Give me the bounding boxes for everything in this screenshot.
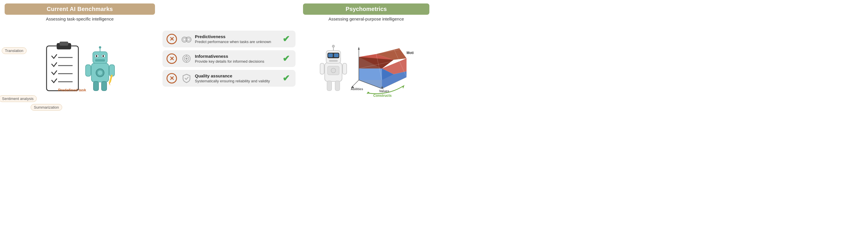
criterion-row-quality: ✕ Quality assurance Systematically ensur… — [162, 70, 296, 87]
criterion-text-predictiveness: Predictiveness Predict performance when … — [195, 34, 278, 44]
left-subtitle: Assessing task-specific intelligence — [46, 16, 114, 21]
label-translation: Translation — [2, 47, 27, 54]
predefined-task-label: Predefined task — [58, 88, 86, 92]
criterion-desc-predictiveness: Predict performance when tasks are unkno… — [195, 40, 278, 44]
right-content: Motivation Abilities Values Constructs — [303, 23, 429, 113]
left-panel: Current AI Benchmarks Assessing task-spe… — [5, 3, 155, 113]
svg-rect-45 — [327, 81, 332, 91]
criterion-row-predictiveness: ✕ Predictiveness Predict performance whe… — [162, 31, 296, 47]
main-container: Current AI Benchmarks Assessing task-spe… — [0, 0, 434, 117]
3d-surface-chart: Motivation Abilities Values Constructs — [350, 40, 414, 97]
robot-left-illustration — [84, 43, 116, 95]
right-subtitle: Assessing general-purpose intelligence — [329, 16, 404, 21]
criterion-row-informativeness: ✕ Informativeness Provide key details fo… — [162, 50, 296, 67]
svg-rect-43 — [320, 63, 324, 74]
svg-rect-18 — [86, 65, 91, 76]
shield-icon — [181, 73, 192, 84]
green-checkmark-quality: ✔ — [282, 73, 290, 83]
svg-rect-46 — [335, 81, 340, 91]
svg-point-17 — [98, 70, 102, 75]
svg-point-27 — [187, 38, 190, 41]
svg-rect-19 — [109, 65, 115, 76]
svg-rect-44 — [343, 63, 347, 74]
svg-text:Constructs: Constructs — [373, 94, 392, 97]
criterion-title-quality: Quality assurance — [195, 73, 278, 78]
svg-point-14 — [102, 55, 104, 57]
svg-point-30 — [186, 58, 188, 60]
svg-rect-37 — [334, 54, 339, 57]
right-title-box: Psychometrics — [303, 3, 429, 15]
svg-point-42 — [331, 68, 336, 73]
svg-rect-15 — [95, 59, 105, 62]
target-icon — [181, 53, 192, 64]
svg-marker-21 — [108, 82, 111, 86]
green-checkmark-predictiveness: ✔ — [282, 34, 290, 44]
middle-panel: ✕ Predictiveness Predict performance whe… — [160, 3, 299, 113]
clipboard-illustration: Predefined task — [44, 40, 90, 98]
green-checkmark-informativeness: ✔ — [282, 54, 290, 64]
check-quality: ✔ — [280, 73, 291, 84]
right-panel: Psychometrics Assessing general-purpose … — [303, 3, 429, 113]
svg-rect-22 — [93, 81, 99, 91]
svg-rect-2 — [60, 42, 68, 46]
criterion-text-informativeness: Informativeness Provide key details for … — [195, 54, 278, 64]
x-mark-predictiveness: ✕ — [166, 34, 177, 44]
svg-text:Values: Values — [379, 89, 389, 93]
criterion-desc-quality: Systematically ensuring reliability and … — [195, 79, 278, 83]
svg-point-10 — [99, 46, 101, 48]
criterion-text-quality: Quality assurance Systematically ensurin… — [195, 73, 278, 83]
svg-point-26 — [183, 38, 186, 41]
left-title: Current AI Benchmarks — [47, 6, 113, 12]
check-predictiveness: ✔ — [280, 34, 291, 44]
label-sentiment: Sentiment analysis — [0, 95, 37, 102]
robot-right-illustration — [319, 42, 348, 95]
left-title-box: Current AI Benchmarks — [5, 3, 155, 15]
x-mark-quality: ✕ — [166, 73, 177, 83]
svg-marker-67 — [402, 85, 404, 89]
svg-point-39 — [332, 45, 335, 47]
x-mark-informativeness: ✕ — [166, 54, 177, 64]
right-title: Psychometrics — [345, 6, 386, 12]
criterion-desc-informativeness: Provide key details for informed decisio… — [195, 59, 278, 64]
svg-rect-20 — [109, 74, 113, 83]
svg-rect-36 — [328, 54, 333, 57]
svg-rect-40 — [329, 60, 338, 62]
binoculars-icon — [181, 34, 192, 44]
criterion-title-informativeness: Informativeness — [195, 54, 278, 59]
criterion-title-predictiveness: Predictiveness — [195, 34, 278, 39]
svg-rect-0 — [46, 46, 79, 91]
check-informativeness: ✔ — [280, 53, 291, 64]
svg-point-25 — [186, 37, 191, 42]
svg-text:Motivation: Motivation — [406, 51, 414, 55]
svg-point-13 — [96, 55, 97, 57]
left-content: Translation Sentiment analysis Summariza… — [5, 24, 155, 113]
svg-text:Abilities: Abilities — [351, 87, 363, 91]
svg-marker-62 — [358, 47, 360, 50]
svg-rect-23 — [101, 81, 107, 91]
label-summarization: Summarization — [31, 104, 62, 111]
